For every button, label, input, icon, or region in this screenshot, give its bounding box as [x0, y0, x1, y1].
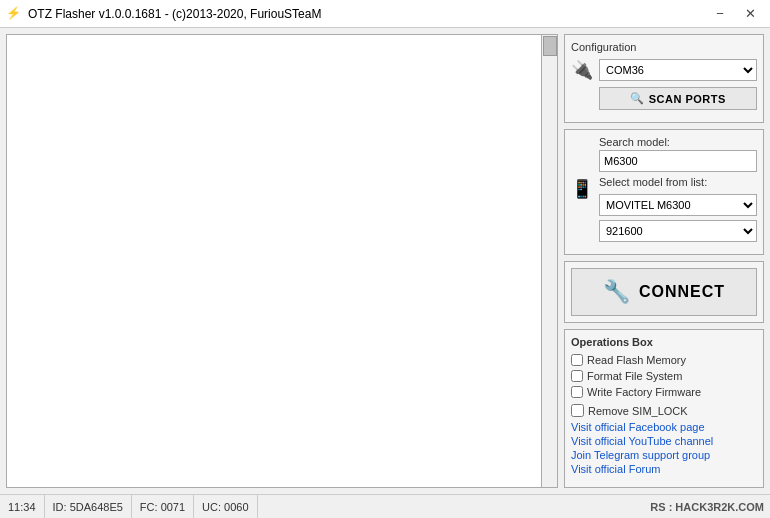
- com-port-select[interactable]: COM36: [599, 59, 757, 81]
- telegram-link[interactable]: Join Telegram support group: [571, 449, 757, 461]
- main-content: Configuration 🔌 COM36 🔍 SCAN PORTS 📱 Sea…: [0, 28, 770, 494]
- sim-lock-row: Remove SIM_LOCK: [571, 404, 757, 417]
- minimize-button[interactable]: −: [706, 4, 734, 24]
- connect-box: 🔧 CONNECT: [564, 261, 764, 323]
- baud-rate-select[interactable]: 921600: [599, 220, 757, 242]
- read-flash-checkbox[interactable]: [571, 354, 583, 366]
- select-model-label: Select model from list:: [599, 176, 757, 188]
- youtube-link[interactable]: Visit official YouTube channel: [571, 435, 757, 447]
- write-firmware-checkbox[interactable]: [571, 386, 583, 398]
- window-controls: − ✕: [706, 4, 764, 24]
- search-model-input[interactable]: [599, 150, 757, 172]
- right-panel: Configuration 🔌 COM36 🔍 SCAN PORTS 📱 Sea…: [564, 34, 764, 488]
- format-fs-row: Format File System: [571, 370, 757, 382]
- config-label: Configuration: [571, 41, 757, 53]
- forum-link[interactable]: Visit official Forum: [571, 463, 757, 475]
- status-website: RS : HACK3R2K.COM: [650, 501, 764, 513]
- connect-label: CONNECT: [639, 283, 725, 301]
- sim-lock-label: Remove SIM_LOCK: [588, 405, 688, 417]
- window-title: OTZ Flasher v1.0.0.1681 - (c)2013-2020, …: [28, 7, 321, 21]
- vertical-scrollbar[interactable]: [541, 35, 557, 487]
- scan-icon: 🔍: [630, 92, 645, 105]
- read-flash-row: Read Flash Memory: [571, 354, 757, 366]
- links-section: Visit official Facebook page Visit offic…: [571, 417, 757, 481]
- log-panel: [6, 34, 558, 488]
- status-bar: 11:34 ID: 5DA648E5 FC: 0071 UC: 0060 RS …: [0, 494, 770, 518]
- format-fs-checkbox[interactable]: [571, 370, 583, 382]
- format-fs-label: Format File System: [587, 370, 682, 382]
- status-fc: FC: 0071: [132, 495, 194, 518]
- model-select[interactable]: MOVITEL M6300: [599, 194, 757, 216]
- sim-lock-checkbox[interactable]: [571, 404, 584, 417]
- scan-row: 🔍 SCAN PORTS: [571, 87, 757, 110]
- write-firmware-row: Write Factory Firmware: [571, 386, 757, 398]
- write-firmware-label: Write Factory Firmware: [587, 386, 701, 398]
- operations-box: Operations Box Read Flash Memory Format …: [564, 329, 764, 488]
- scrollbar-thumb[interactable]: [543, 36, 557, 56]
- scan-ports-button[interactable]: 🔍 SCAN PORTS: [599, 87, 757, 110]
- connect-button[interactable]: 🔧 CONNECT: [571, 268, 757, 316]
- config-box: Configuration 🔌 COM36 🔍 SCAN PORTS: [564, 34, 764, 123]
- close-button[interactable]: ✕: [736, 4, 764, 24]
- status-time: 11:34: [6, 495, 45, 518]
- model-fields: Search model: Select model from list: MO…: [599, 136, 757, 242]
- title-bar-left: ⚡ OTZ Flasher v1.0.0.1681 - (c)2013-2020…: [6, 6, 321, 22]
- facebook-link[interactable]: Visit official Facebook page: [571, 421, 757, 433]
- search-label: Search model:: [599, 136, 757, 148]
- operations-title: Operations Box: [571, 336, 757, 348]
- phone-icon: 📱: [571, 178, 593, 200]
- model-box: 📱 Search model: Select model from list: …: [564, 129, 764, 255]
- connect-icon: 🔧: [603, 279, 631, 305]
- status-uc: UC: 0060: [194, 495, 257, 518]
- status-id: ID: 5DA648E5: [45, 495, 132, 518]
- title-bar: ⚡ OTZ Flasher v1.0.0.1681 - (c)2013-2020…: [0, 0, 770, 28]
- read-flash-label: Read Flash Memory: [587, 354, 686, 366]
- scan-label: SCAN PORTS: [649, 93, 726, 105]
- com-row: 🔌 COM36: [571, 59, 757, 81]
- app-icon: ⚡: [6, 6, 22, 22]
- model-row: 📱 Search model: Select model from list: …: [571, 136, 757, 242]
- usb-icon: 🔌: [571, 59, 593, 81]
